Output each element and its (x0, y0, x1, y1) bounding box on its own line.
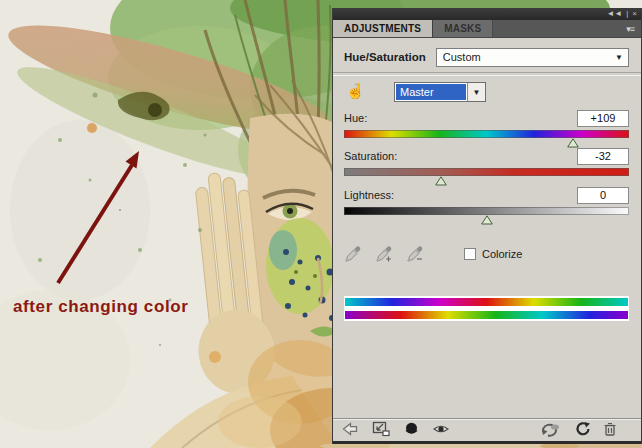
subtract-eyedropper-icon[interactable] (406, 245, 424, 263)
eyedropper-icon[interactable] (344, 245, 362, 263)
lightness-slider-thumb[interactable] (481, 215, 493, 225)
close-panel-icon[interactable]: × (632, 10, 637, 18)
layer-visibility-icon[interactable] (403, 421, 420, 437)
screenshot-root: after changing color ◄◄ | × ADJUSTMENTS … (0, 0, 642, 448)
clip-to-layer-icon[interactable] (371, 420, 391, 437)
adjustment-title: Hue/Saturation (344, 51, 426, 63)
colorize-label: Colorize (482, 248, 522, 260)
add-eyedropper-icon[interactable] (375, 245, 393, 263)
lightness-row: Lightness: 0 (344, 186, 629, 204)
lightness-slider-track[interactable] (344, 207, 629, 215)
saturation-thumb-lane (344, 176, 629, 186)
panel-tabbar: ADJUSTMENTS MASKS ▾≡ (333, 20, 641, 38)
panel-footer-toolbar (333, 418, 641, 444)
colorize-checkbox[interactable] (464, 248, 476, 260)
colorize-group: Colorize (464, 248, 522, 260)
saturation-slider-track[interactable] (344, 168, 629, 176)
previous-state-eye-icon[interactable] (432, 422, 450, 436)
saturation-label: Saturation: (344, 150, 397, 162)
panel-titlebar: ◄◄ | × (333, 8, 641, 20)
collapse-panel-icon[interactable]: ◄◄ (606, 10, 622, 18)
view-previous-state-icon[interactable] (540, 421, 562, 437)
tab-adjustments[interactable]: ADJUSTMENTS (333, 20, 433, 37)
preset-value: Custom (443, 51, 481, 63)
saturation-row: Saturation: -32 (344, 147, 629, 165)
channel-selected-value: Master (396, 84, 466, 100)
chevron-down-icon: ▼ (615, 53, 623, 62)
tab-masks[interactable]: MASKS (433, 20, 493, 37)
hue-slider-track[interactable] (344, 130, 629, 138)
annotation-text: after changing color (13, 297, 213, 317)
hue-label: Hue: (344, 112, 367, 124)
targeted-adjustment-tool-icon[interactable]: ↔ ☝ (344, 81, 368, 103)
preset-row: Hue/Saturation Custom ▼ (344, 47, 629, 67)
lightness-label: Lightness: (344, 189, 394, 201)
delete-icon[interactable] (603, 421, 617, 437)
reset-icon[interactable] (574, 421, 591, 437)
return-arrow-icon[interactable] (341, 421, 359, 437)
channel-dropdown[interactable]: Master ▼ (394, 82, 486, 102)
spectrum-preview (344, 296, 629, 321)
eyedropper-row: Colorize (344, 243, 629, 265)
hand-pointer-icon: ☝ (346, 83, 365, 98)
hue-value-field[interactable]: +109 (577, 110, 629, 127)
input-spectrum-bar (345, 298, 628, 306)
output-spectrum-bar (345, 311, 628, 319)
panel-menu-icon[interactable]: ▾≡ (626, 24, 641, 34)
chevron-down-icon: ▼ (473, 88, 481, 97)
saturation-value-field[interactable]: -32 (577, 148, 629, 165)
hue-row: Hue: +109 (344, 109, 629, 127)
divider (333, 72, 641, 76)
saturation-slider-thumb[interactable] (435, 176, 447, 186)
titlebar-separator: | (626, 10, 628, 18)
channel-row: ↔ ☝ Master ▼ (344, 80, 629, 104)
channel-dropdown-button[interactable]: ▼ (467, 83, 485, 101)
lightness-thumb-lane (344, 215, 629, 225)
adjustments-panel: ◄◄ | × ADJUSTMENTS MASKS ▾≡ Hue/Saturati… (332, 8, 642, 444)
preset-dropdown[interactable]: Custom ▼ (436, 48, 629, 67)
lightness-value-field[interactable]: 0 (577, 187, 629, 204)
